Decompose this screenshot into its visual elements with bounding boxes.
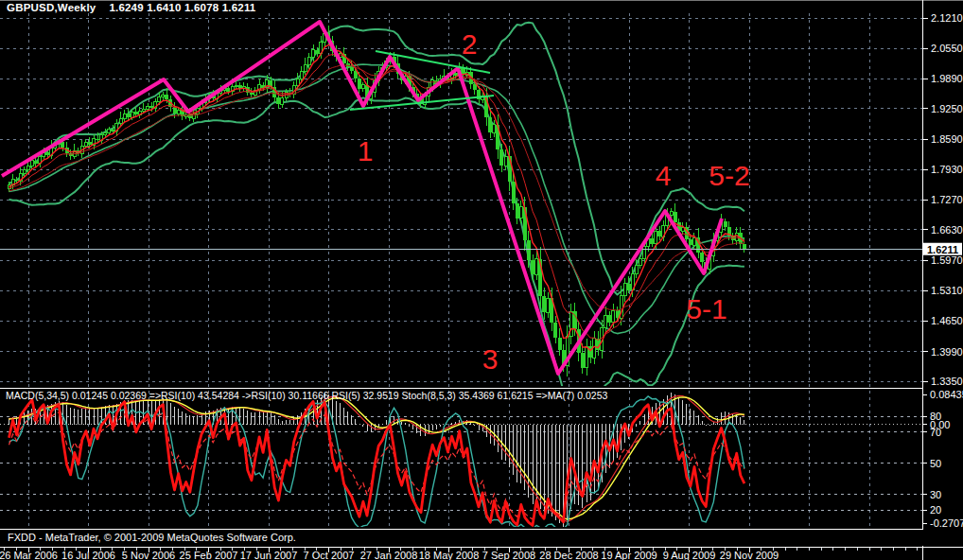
rsi10-line: [9, 412, 744, 519]
indicator-axis-label: 0.00: [930, 419, 950, 430]
wave-label[interactable]: 4: [656, 160, 672, 191]
price-axis-label: 1.8590: [931, 133, 963, 145]
time-axis-label: 16 Jul 2006: [61, 550, 115, 560]
current-price-value: 1.6211: [927, 244, 958, 255]
time-axis-label: 27 Jan 2008: [360, 550, 418, 560]
time-axis-label: 7 Sep 2008: [482, 550, 535, 560]
indicator-axis-label: -0.27075: [930, 517, 963, 529]
price-axis-label: 1.7930: [931, 164, 963, 175]
time-axis-label: 25 Feb 2007: [180, 550, 238, 560]
time-axis-label: 7 Oct 2007: [304, 550, 355, 560]
price-axis-label: 1.9890: [931, 73, 963, 84]
indicator-panel[interactable]: [9, 393, 744, 529]
time-axis-label: 17 Jun 2007: [240, 550, 298, 560]
time-axis-label: 19 Apr 2009: [601, 550, 657, 560]
moving-averages: [9, 45, 744, 351]
ohlc-values: 1.6249 1.6410 1.6078 1.6211: [109, 2, 255, 13]
wave-label[interactable]: 2: [462, 28, 478, 60]
time-axis[interactable]: 26 Mar 200616 Jul 20065 Nov 200625 Feb 2…: [0, 548, 918, 560]
price-axis-label: 2.1210: [931, 12, 963, 24]
indicator-axis-label: 0.08435: [930, 389, 963, 400]
indicator-axis-label: 50: [930, 458, 941, 469]
price-axis-label: 1.3990: [931, 346, 963, 358]
price-axis[interactable]: 2.12102.05501.98901.92501.85901.79301.72…: [922, 12, 963, 387]
price-axis-label: 1.4650: [931, 315, 963, 326]
copyright-bar: FXDD - MetaTrader, © 2001-2009 MetaQuote…: [0, 530, 930, 546]
wave-label[interactable]: 5-1: [686, 293, 727, 324]
time-axis-label: 26 Mar 2006: [0, 550, 58, 560]
chart-canvas[interactable]: 12345-15-22.12102.05501.98901.92501.8590…: [0, 0, 963, 560]
price-axis-label: 1.5970: [931, 254, 963, 266]
price-axis-label: 1.7270: [931, 194, 963, 205]
indicator-axis[interactable]: 0.0843580705030200.00-0.27075: [922, 389, 963, 529]
indicator-axis-label: 30: [930, 489, 941, 500]
price-axis-label: 1.5310: [931, 285, 963, 296]
symbol-period-label: GBPUSD,Weekly: [7, 2, 96, 13]
wave-annotations[interactable]: 12345-15-2: [358, 28, 750, 375]
price-axis-label: 1.3350: [931, 376, 963, 387]
time-axis-label: 29 Nov 2009: [720, 550, 779, 560]
wave-label[interactable]: 3: [482, 343, 499, 375]
time-axis-label: 9 Aug 2009: [663, 550, 716, 560]
wave-label[interactable]: 5-2: [709, 160, 749, 191]
price-axis-label: 1.9250: [931, 103, 963, 114]
indicator-axis-label: 20: [930, 504, 941, 516]
chart-title: GBPUSD,Weekly1.6249 1.6410 1.6078 1.6211: [7, 2, 255, 13]
wave-label[interactable]: 1: [358, 135, 374, 166]
time-axis-label: 5 Nov 2006: [122, 550, 175, 560]
time-axis-label: 28 Dec 2008: [539, 550, 598, 560]
price-axis-label: 1.6630: [931, 224, 963, 236]
time-axis-label: 18 May 2008: [419, 550, 480, 560]
price-axis-label: 2.0550: [931, 43, 963, 54]
mt4-chart-window: 12345-15-22.12102.05501.98901.92501.8590…: [0, 0, 963, 560]
indicator-header: MACD(5,34,5) 0.01245 0.02369 =>RSI(10) 4…: [6, 390, 607, 401]
